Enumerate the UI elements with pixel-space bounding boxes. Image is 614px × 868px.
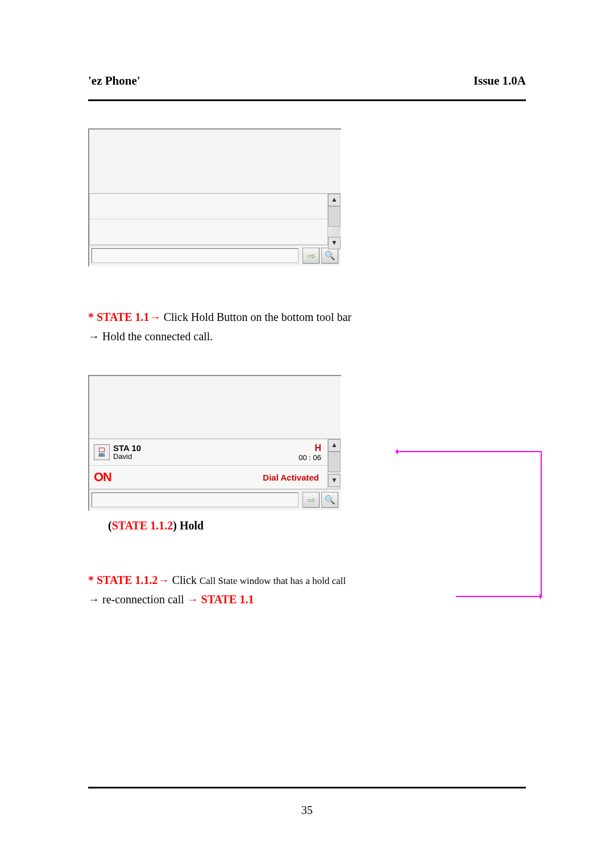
scroll-up-icon[interactable]: ▲ — [328, 439, 341, 452]
state-1-1-ref: STATE 1.1 — [198, 593, 254, 606]
panel-bottom-toolbar: ⇨ 🔍 — [89, 245, 341, 266]
state-1-1-label: * STATE 1.1 — [88, 311, 150, 323]
header-rule — [88, 99, 526, 101]
call-state-row[interactable]: STA 10 David H 00 : 06 — [89, 439, 328, 466]
call-state-panel-empty: ▲ ▼ ⇨ 🔍 — [88, 128, 342, 267]
annotation-line — [456, 596, 541, 597]
call-state-panel-hold: STA 10 David H 00 : 06 ON Dial Activated — [88, 375, 342, 511]
paren-open: ( — [108, 519, 112, 532]
vertical-scrollbar[interactable]: ▲ ▼ — [327, 194, 341, 245]
state-1-1-line1: * STATE 1.1→ Click Hold Button on the bo… — [88, 308, 526, 326]
scroll-thumb[interactable] — [328, 452, 341, 472]
arrow-icon: → — [187, 593, 198, 606]
list-row — [90, 219, 327, 244]
search-icon: 🔍 — [325, 495, 335, 505]
state-1-1-2-label: * STATE 1.1.2 — [88, 574, 158, 586]
panel-display-area — [89, 376, 341, 439]
hold-indicator-icon: H — [314, 443, 321, 453]
arrow-icon: → — [88, 330, 99, 343]
scroll-thumb[interactable] — [328, 206, 341, 227]
annotation-line — [541, 451, 542, 596]
list-row — [90, 194, 327, 219]
arrow-icon: → — [150, 311, 161, 323]
state-1-1-2-line2: → re-connection call → STATE 1.1 — [88, 590, 526, 608]
caller-name: David — [113, 453, 298, 461]
panel-bottom-toolbar: ⇨ 🔍 — [89, 489, 341, 510]
scroll-down-icon[interactable]: ▼ — [328, 474, 341, 487]
page-number: 35 — [0, 804, 614, 817]
status-row[interactable]: ON Dial Activated — [89, 466, 328, 489]
search-button[interactable]: 🔍 — [321, 492, 338, 508]
arrow-icon: → — [158, 574, 169, 586]
scroll-up-icon[interactable]: ▲ — [328, 194, 341, 206]
call-timer: 00 : 06 — [298, 453, 321, 462]
reconnection-text: re-connection call — [99, 593, 187, 606]
station-id: STA 10 — [113, 444, 298, 453]
forward-button[interactable]: ⇨ — [302, 492, 320, 508]
caption-state: STATE 1.1.2 — [112, 519, 173, 532]
phone-icon — [94, 444, 110, 460]
scroll-down-icon[interactable]: ▼ — [328, 237, 341, 249]
forward-arrow-icon: ⇨ — [308, 495, 315, 506]
state-1-1-line2-text: Hold the connected call. — [99, 330, 213, 343]
vertical-scrollbar[interactable]: ▲ ▼ — [327, 439, 341, 489]
search-icon: 🔍 — [325, 251, 335, 261]
dial-input[interactable] — [92, 248, 298, 263]
state-1-1-2-line1: * STATE 1.1.2→ Click Call State window t… — [88, 571, 526, 589]
state-1-1-2-desc: Call State window that has a hold call — [200, 575, 346, 586]
panel-display-area — [89, 130, 341, 194]
footer-rule — [88, 787, 526, 788]
page-header: 'ez Phone' Issue 1.0A — [88, 74, 526, 88]
forward-arrow-icon: ⇨ — [308, 251, 315, 261]
header-right: Issue 1.0A — [474, 74, 526, 88]
search-button[interactable]: 🔍 — [321, 248, 338, 264]
annotation-line — [397, 451, 541, 452]
dial-input[interactable] — [92, 493, 298, 507]
state-1-1-line2: → Hold the connected call. — [88, 327, 526, 345]
click-word: Click — [169, 574, 200, 586]
caption-rest: ) Hold — [173, 519, 204, 532]
dial-status-text: Dial Activated — [111, 473, 323, 482]
on-indicator: ON — [94, 470, 111, 485]
hold-caption: (STATE 1.1.2) Hold — [108, 519, 526, 532]
forward-button[interactable]: ⇨ — [302, 248, 320, 264]
arrow-icon: → — [88, 593, 99, 606]
state-1-1-desc: Click Hold Button on the bottom tool bar — [161, 311, 352, 323]
header-left: 'ez Phone' — [88, 74, 140, 88]
